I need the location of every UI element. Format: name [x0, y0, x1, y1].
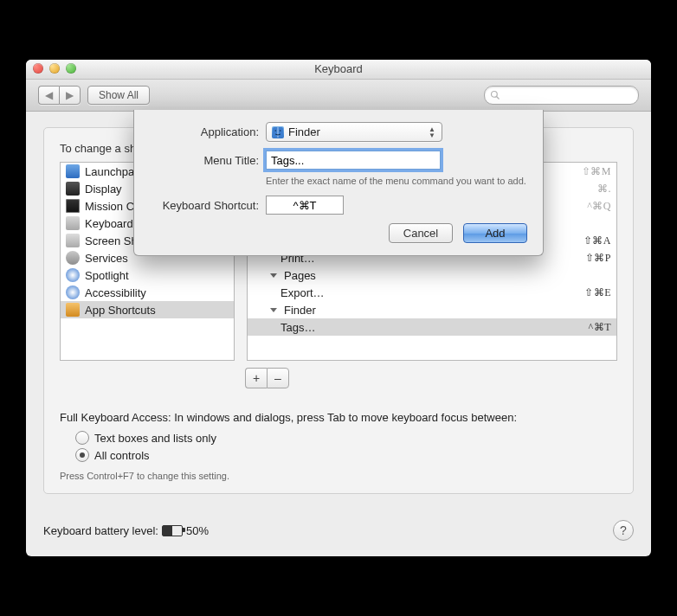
add-shortcut-sheet: Application: Finder ▲▼ Menu Title: Enter… — [133, 110, 544, 256]
window-title: Keyboard — [314, 62, 363, 75]
svg-point-4 — [280, 130, 281, 132]
add-remove-buttons: + – — [245, 368, 289, 388]
close-icon[interactable] — [33, 63, 43, 74]
minimize-icon[interactable] — [49, 63, 60, 74]
menu-title-hint: Enter the exact name of the menu command… — [266, 175, 527, 187]
help-button[interactable]: ? — [613, 520, 634, 541]
svg-point-3 — [275, 130, 277, 132]
back-button[interactable]: ◀ — [38, 86, 59, 105]
remove-shortcut-button[interactable]: – — [267, 368, 289, 388]
svg-point-0 — [492, 92, 498, 98]
application-label: Application: — [150, 125, 266, 138]
menu-title-input[interactable] — [266, 151, 441, 170]
battery-icon — [162, 525, 183, 536]
svg-line-1 — [497, 97, 500, 99]
chevron-down-icon — [270, 308, 277, 312]
forward-button[interactable]: ▶ — [59, 86, 81, 105]
cancel-button[interactable]: Cancel — [389, 223, 453, 243]
radio-text-boxes-only[interactable]: Text boxes and lists only — [75, 429, 617, 446]
prefs-window: Keyboard ◀ ▶ Show All To change a shortc… — [26, 60, 651, 556]
nav-segment: ◀ ▶ — [38, 86, 81, 105]
add-button[interactable]: Add — [463, 223, 527, 243]
battery-label: Keyboard battery level: — [43, 524, 158, 537]
toolbar: ◀ ▶ Show All — [26, 80, 651, 112]
full-keyboard-access-label: Full Keyboard Access: In windows and dia… — [60, 411, 617, 424]
search-input[interactable] — [484, 86, 639, 105]
fka-hint: Press Control+F7 to change this setting. — [60, 471, 617, 481]
category-item[interactable]: Spotlight — [61, 266, 234, 284]
add-shortcut-button[interactable]: + — [245, 368, 267, 388]
shortcut-item[interactable]: Tags…^⌘T — [248, 318, 616, 336]
popup-arrows-icon: ▲▼ — [426, 126, 438, 138]
footer: Keyboard battery level: 50% ? — [26, 508, 651, 556]
search-icon — [490, 90, 500, 100]
zoom-icon[interactable] — [66, 63, 76, 74]
shortcut-group[interactable]: Pages — [248, 266, 616, 284]
chevron-down-icon — [270, 273, 277, 278]
shortcut-item[interactable]: Export…⇧⌘E — [248, 284, 616, 301]
show-all-button[interactable]: Show All — [87, 86, 150, 105]
menu-title-label: Menu Title: — [150, 154, 266, 167]
titlebar: Keyboard — [26, 60, 651, 80]
battery-percent: 50% — [186, 524, 209, 537]
finder-icon — [272, 126, 284, 138]
radio-all-controls[interactable]: All controls — [75, 446, 617, 464]
shortcut-group[interactable]: Finder — [248, 301, 616, 318]
shortcut-input[interactable] — [266, 196, 344, 215]
shortcut-label: Keyboard Shortcut: — [150, 199, 266, 212]
application-popup[interactable]: Finder ▲▼ — [266, 122, 442, 142]
category-item[interactable]: Accessibility — [61, 284, 234, 301]
category-item[interactable]: App Shortcuts — [61, 301, 234, 318]
